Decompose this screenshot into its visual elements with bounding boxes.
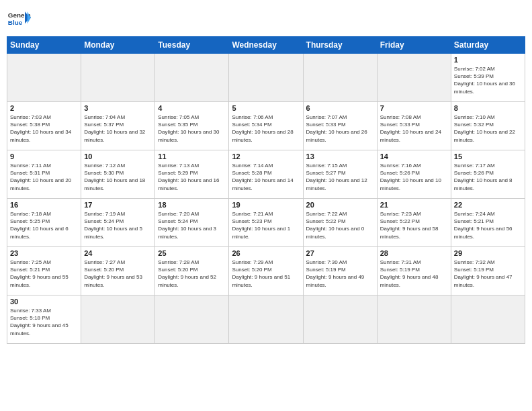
day-number: 28 bbox=[380, 249, 448, 257]
day-info: Sunrise: 7:25 AMSunset: 5:21 PMDaylight:… bbox=[10, 259, 78, 289]
calendar-cell bbox=[303, 54, 377, 102]
svg-text:Blue: Blue bbox=[8, 19, 23, 26]
day-number: 22 bbox=[454, 201, 522, 209]
calendar-cell: 8Sunrise: 7:10 AMSunset: 5:32 PMDaylight… bbox=[451, 102, 525, 150]
calendar-cell: 11Sunrise: 7:13 AMSunset: 5:29 PMDayligh… bbox=[155, 150, 229, 199]
calendar-cell: 16Sunrise: 7:18 AMSunset: 5:25 PMDayligh… bbox=[7, 199, 81, 247]
calendar-cell: 18Sunrise: 7:20 AMSunset: 5:24 PMDayligh… bbox=[155, 199, 229, 247]
calendar-cell bbox=[155, 54, 229, 102]
day-number: 2 bbox=[10, 104, 78, 112]
day-info: Sunrise: 7:30 AMSunset: 5:19 PMDaylight:… bbox=[306, 259, 374, 289]
calendar-cell: 12Sunrise: 7:14 AMSunset: 5:28 PMDayligh… bbox=[229, 150, 303, 199]
day-number: 30 bbox=[10, 298, 78, 306]
day-info: Sunrise: 7:33 AMSunset: 5:18 PMDaylight:… bbox=[10, 307, 78, 337]
calendar-cell: 4Sunrise: 7:05 AMSunset: 5:35 PMDaylight… bbox=[155, 102, 229, 150]
day-number: 25 bbox=[158, 249, 226, 257]
week-row-5: 30Sunrise: 7:33 AMSunset: 5:18 PMDayligh… bbox=[7, 295, 525, 344]
day-info: Sunrise: 7:16 AMSunset: 5:26 PMDaylight:… bbox=[380, 162, 448, 192]
day-number: 27 bbox=[306, 249, 374, 257]
day-info: Sunrise: 7:02 AMSunset: 5:39 PMDaylight:… bbox=[454, 65, 522, 95]
day-info: Sunrise: 7:29 AMSunset: 5:20 PMDaylight:… bbox=[232, 259, 300, 289]
day-info: Sunrise: 7:32 AMSunset: 5:19 PMDaylight:… bbox=[454, 259, 522, 289]
calendar-cell: 6Sunrise: 7:07 AMSunset: 5:33 PMDaylight… bbox=[303, 102, 377, 150]
day-number: 15 bbox=[454, 152, 522, 161]
day-number: 14 bbox=[380, 152, 448, 161]
week-row-0: 1Sunrise: 7:02 AMSunset: 5:39 PMDaylight… bbox=[7, 54, 525, 102]
day-number: 13 bbox=[306, 152, 374, 161]
calendar-cell: 24Sunrise: 7:27 AMSunset: 5:20 PMDayligh… bbox=[81, 247, 155, 295]
day-info: Sunrise: 7:22 AMSunset: 5:22 PMDaylight:… bbox=[306, 210, 374, 240]
calendar-cell: 13Sunrise: 7:15 AMSunset: 5:27 PMDayligh… bbox=[303, 150, 377, 199]
day-info: Sunrise: 7:28 AMSunset: 5:20 PMDaylight:… bbox=[158, 259, 226, 289]
day-number: 9 bbox=[10, 152, 78, 161]
calendar-cell bbox=[229, 295, 303, 344]
week-row-1: 2Sunrise: 7:03 AMSunset: 5:38 PMDaylight… bbox=[7, 102, 525, 150]
day-number: 19 bbox=[232, 201, 300, 209]
day-info: Sunrise: 7:04 AMSunset: 5:37 PMDaylight:… bbox=[84, 113, 152, 144]
calendar-cell bbox=[303, 295, 377, 344]
day-number: 20 bbox=[306, 201, 374, 209]
day-info: Sunrise: 7:15 AMSunset: 5:27 PMDaylight:… bbox=[306, 162, 374, 192]
calendar-cell: 2Sunrise: 7:03 AMSunset: 5:38 PMDaylight… bbox=[7, 102, 81, 150]
calendar-cell bbox=[81, 54, 155, 102]
day-number: 11 bbox=[158, 152, 226, 161]
week-row-3: 16Sunrise: 7:18 AMSunset: 5:25 PMDayligh… bbox=[7, 199, 525, 247]
calendar-cell bbox=[7, 54, 81, 102]
day-number: 16 bbox=[10, 201, 78, 209]
calendar-cell: 26Sunrise: 7:29 AMSunset: 5:20 PMDayligh… bbox=[229, 247, 303, 295]
calendar-cell: 25Sunrise: 7:28 AMSunset: 5:20 PMDayligh… bbox=[155, 247, 229, 295]
day-info: Sunrise: 7:24 AMSunset: 5:21 PMDaylight:… bbox=[454, 210, 522, 240]
calendar-cell bbox=[377, 54, 451, 102]
day-header-saturday: Saturday bbox=[451, 37, 525, 54]
day-number: 21 bbox=[380, 201, 448, 209]
calendar-header-row: SundayMondayTuesdayWednesdayThursdayFrid… bbox=[7, 37, 525, 54]
day-number: 24 bbox=[84, 249, 152, 257]
day-header-monday: Monday bbox=[81, 37, 155, 54]
day-info: Sunrise: 7:27 AMSunset: 5:20 PMDaylight:… bbox=[84, 259, 152, 289]
logo-icon: General Blue bbox=[7, 7, 31, 31]
day-info: Sunrise: 7:19 AMSunset: 5:24 PMDaylight:… bbox=[84, 210, 152, 240]
day-number: 23 bbox=[10, 249, 78, 257]
day-header-thursday: Thursday bbox=[303, 37, 377, 54]
day-info: Sunrise: 7:17 AMSunset: 5:26 PMDaylight:… bbox=[454, 162, 522, 192]
day-info: Sunrise: 7:14 AMSunset: 5:28 PMDaylight:… bbox=[232, 162, 300, 192]
day-number: 4 bbox=[158, 104, 226, 112]
day-info: Sunrise: 7:20 AMSunset: 5:24 PMDaylight:… bbox=[158, 210, 226, 240]
day-info: Sunrise: 7:12 AMSunset: 5:30 PMDaylight:… bbox=[84, 162, 152, 192]
calendar-cell: 19Sunrise: 7:21 AMSunset: 5:23 PMDayligh… bbox=[229, 199, 303, 247]
calendar-cell: 9Sunrise: 7:11 AMSunset: 5:31 PMDaylight… bbox=[7, 150, 81, 199]
day-number: 18 bbox=[158, 201, 226, 209]
day-header-tuesday: Tuesday bbox=[155, 37, 229, 54]
calendar-cell: 14Sunrise: 7:16 AMSunset: 5:26 PMDayligh… bbox=[377, 150, 451, 199]
calendar-cell bbox=[451, 295, 525, 344]
calendar-cell bbox=[155, 295, 229, 344]
day-info: Sunrise: 7:11 AMSunset: 5:31 PMDaylight:… bbox=[10, 162, 78, 192]
calendar: SundayMondayTuesdayWednesdayThursdayFrid… bbox=[7, 36, 525, 344]
day-info: Sunrise: 7:13 AMSunset: 5:29 PMDaylight:… bbox=[158, 162, 226, 192]
calendar-cell: 30Sunrise: 7:33 AMSunset: 5:18 PMDayligh… bbox=[7, 295, 81, 344]
day-number: 1 bbox=[454, 56, 522, 64]
day-header-sunday: Sunday bbox=[7, 37, 81, 54]
header: General Blue bbox=[7, 7, 525, 31]
day-info: Sunrise: 7:21 AMSunset: 5:23 PMDaylight:… bbox=[232, 210, 300, 240]
day-number: 3 bbox=[84, 104, 152, 112]
day-number: 29 bbox=[454, 249, 522, 257]
day-info: Sunrise: 7:03 AMSunset: 5:38 PMDaylight:… bbox=[10, 113, 78, 144]
day-number: 10 bbox=[84, 152, 152, 161]
calendar-cell: 22Sunrise: 7:24 AMSunset: 5:21 PMDayligh… bbox=[451, 199, 525, 247]
calendar-cell bbox=[229, 54, 303, 102]
day-number: 12 bbox=[232, 152, 300, 161]
day-info: Sunrise: 7:07 AMSunset: 5:33 PMDaylight:… bbox=[306, 113, 374, 144]
calendar-cell: 5Sunrise: 7:06 AMSunset: 5:34 PMDaylight… bbox=[229, 102, 303, 150]
calendar-cell: 15Sunrise: 7:17 AMSunset: 5:26 PMDayligh… bbox=[451, 150, 525, 199]
logo: General Blue bbox=[7, 7, 31, 31]
day-number: 6 bbox=[306, 104, 374, 112]
calendar-cell: 29Sunrise: 7:32 AMSunset: 5:19 PMDayligh… bbox=[451, 247, 525, 295]
day-info: Sunrise: 7:05 AMSunset: 5:35 PMDaylight:… bbox=[158, 113, 226, 144]
day-info: Sunrise: 7:18 AMSunset: 5:25 PMDaylight:… bbox=[10, 210, 78, 240]
day-info: Sunrise: 7:08 AMSunset: 5:33 PMDaylight:… bbox=[380, 113, 448, 144]
calendar-cell bbox=[81, 295, 155, 344]
day-info: Sunrise: 7:06 AMSunset: 5:34 PMDaylight:… bbox=[232, 113, 300, 144]
week-row-2: 9Sunrise: 7:11 AMSunset: 5:31 PMDaylight… bbox=[7, 150, 525, 199]
day-number: 26 bbox=[232, 249, 300, 257]
